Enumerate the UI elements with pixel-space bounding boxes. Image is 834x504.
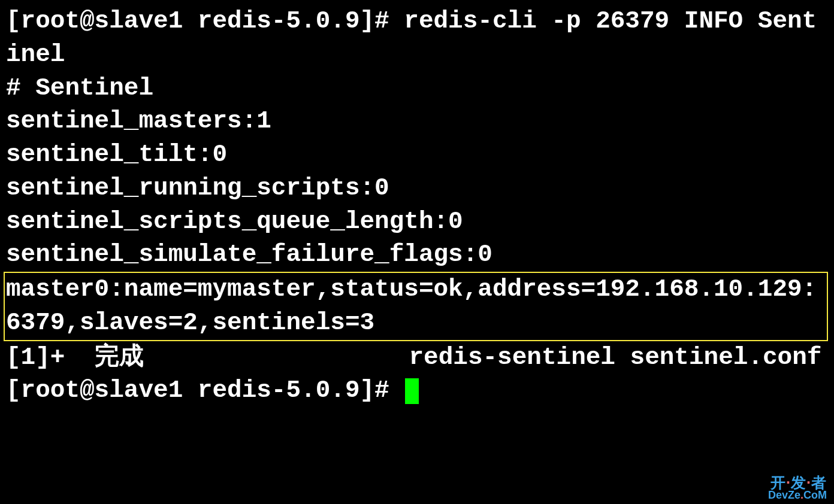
- watermark: 开·发·者 DevZe.CoM: [768, 476, 827, 500]
- shell-prompt: [root@slave1 redis-5.0.9]#: [6, 7, 404, 35]
- terminal-line-command[interactable]: [root@slave1 redis-5.0.9]# redis-cli -p …: [6, 5, 828, 72]
- output-header: # Sentinel: [6, 72, 828, 105]
- output-sentinel-tilt: sentinel_tilt:0: [6, 138, 828, 172]
- shell-prompt-2: [root@slave1 redis-5.0.9]#: [6, 377, 404, 404]
- output-scripts-queue: sentinel_scripts_queue_length:0: [6, 205, 828, 239]
- output-failure-flags: sentinel_simulate_failure_flags:0: [6, 238, 828, 272]
- watermark-top: 开·发·者: [768, 476, 827, 490]
- terminal-line-prompt[interactable]: [root@slave1 redis-5.0.9]#: [6, 374, 828, 408]
- cursor-icon: [405, 378, 419, 404]
- output-sentinel-masters: sentinel_masters:1: [6, 105, 828, 138]
- watermark-bottom: DevZe.CoM: [768, 490, 827, 500]
- output-master0-highlighted: master0:name=mymaster,status=ok,address=…: [4, 272, 828, 341]
- job-done-line: [1]+ 完成 redis-sentinel sentinel.conf: [6, 341, 828, 375]
- output-running-scripts: sentinel_running_scripts:0: [6, 172, 828, 205]
